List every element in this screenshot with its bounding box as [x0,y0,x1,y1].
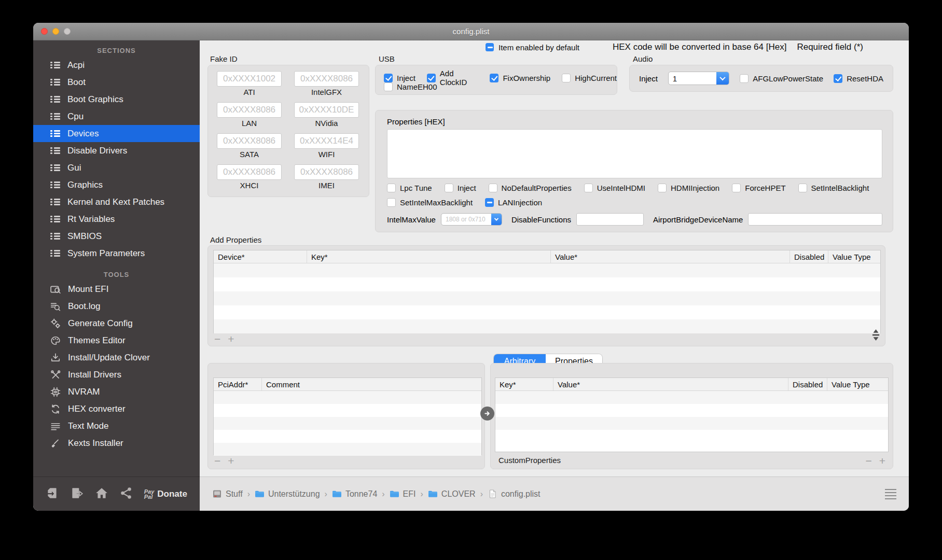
add-row-button[interactable]: + [879,456,885,466]
table-row[interactable] [214,404,481,417]
intelmaxvalue-select[interactable]: 1808 or 0x710 [441,213,502,226]
usb-fixownership-checkbox[interactable]: FixOwnership [490,69,550,87]
table-row[interactable] [214,319,880,333]
tool-kexts-installer[interactable]: Kexts Installer [33,435,200,452]
tool-hex-converter[interactable]: HEX converter [33,400,200,417]
fake-id-sata-input[interactable] [217,133,282,149]
home-icon[interactable] [95,486,108,502]
column-header[interactable]: Key* [307,250,551,263]
sidebar-item-acpi[interactable]: Acpi [33,57,200,74]
add-row-button[interactable]: + [228,334,234,344]
resize-handle-icon[interactable] [872,329,880,343]
nodefaultproperties-checkbox[interactable]: NoDefaultProperties [489,184,572,192]
breadcrumb-item-efi[interactable]: EFI [390,489,416,499]
breadcrumb-item-config-plist[interactable]: config.plist [488,489,541,499]
properties-hex-textarea[interactable] [387,129,882,178]
breadcrumb-item-clover[interactable]: CLOVER [428,489,476,499]
column-header[interactable]: Value Type [828,250,880,263]
sidebar-item-devices[interactable]: Devices [33,125,200,142]
lpc-tune-checkbox[interactable]: Lpc Tune [387,184,432,192]
column-header[interactable]: Value* [551,250,790,263]
column-header[interactable]: Comment [262,378,481,390]
table-row[interactable] [495,404,888,417]
audio-resethda-checkbox[interactable]: ResetHDA [834,74,883,83]
column-header[interactable]: Device* [214,250,307,263]
usb-highcurrent-checkbox[interactable]: HighCurrent [562,69,617,87]
forcehpet-checkbox[interactable]: ForceHPET [732,184,785,192]
import-file-icon[interactable] [46,486,59,502]
sidebar-item-rt-variables[interactable]: Rt Variables [33,211,200,228]
sidebar-item-disable-drivers[interactable]: Disable Drivers [33,142,200,159]
fake-id-nvidia-input[interactable] [294,102,359,118]
column-header[interactable]: Disabled [790,250,828,263]
table-row[interactable] [214,291,880,305]
remove-row-button[interactable]: − [865,456,871,466]
breadcrumb-item-tonne74[interactable]: Tonne74 [332,489,377,499]
remove-row-button[interactable]: − [214,334,220,344]
table-row[interactable] [495,391,888,404]
tool-install-update-clover[interactable]: Install/Update Clover [33,349,200,366]
useintelhdmi-checkbox[interactable]: UseIntelHDMI [584,184,645,192]
fake-id-imei-input[interactable] [294,164,359,180]
table-row[interactable] [495,417,888,430]
column-header[interactable]: PciAddr* [214,378,262,390]
table-row[interactable] [214,417,481,430]
airportbridgedevicename-input[interactable] [748,213,882,226]
column-header[interactable]: Key* [495,378,553,390]
transfer-arrow-button[interactable] [480,407,494,421]
table-row[interactable] [214,305,880,319]
fake-id-xhci-input[interactable] [217,164,282,180]
column-header[interactable]: Value* [553,378,788,390]
remove-row-button[interactable]: − [214,456,220,466]
disablefunctions-input[interactable] [576,213,644,226]
breadcrumb-item-unterstuetzung[interactable]: Unterstützung [255,489,320,499]
column-header[interactable]: Value Type [827,378,888,390]
title-bar[interactable]: config.plist [33,23,909,40]
paypal-donate-button[interactable]: PayPal Donate [144,489,187,499]
tool-install-drivers[interactable]: Install Drivers [33,366,200,383]
table-row[interactable] [214,391,481,404]
tool-text-mode[interactable]: Text Mode [33,417,200,435]
sidebar-item-smbios[interactable]: SMBIOS [33,228,200,245]
table-row[interactable] [214,430,481,443]
menu-lines-icon[interactable] [885,489,896,499]
tool-themes-editor[interactable]: Themes Editor [33,332,200,349]
audio-inject-select[interactable]: 1 [668,72,729,85]
palette-icon [50,335,61,346]
fake-id-ati-input[interactable] [217,71,282,87]
table-row[interactable] [214,277,880,291]
tool-generate-config[interactable]: Generate Config [33,315,200,332]
minimize-button[interactable] [52,28,59,35]
column-header[interactable]: Disabled [788,378,827,390]
setintelmaxbacklight-checkbox[interactable]: SetIntelMaxBacklight [387,198,473,207]
breadcrumb-item-stuff[interactable]: Stuff [212,489,243,499]
setintelbacklight-checkbox[interactable]: SetIntelBacklight [798,184,869,192]
laninjection-checkbox[interactable]: LANInjection [485,198,542,207]
fake-id-intelgfx-input[interactable] [294,71,359,87]
sidebar-item-gui[interactable]: Gui [33,159,200,176]
fake-id-lan-input[interactable] [217,102,282,118]
export-file-icon[interactable] [70,486,84,502]
add-row-button[interactable]: + [228,456,234,466]
zoom-button[interactable] [64,28,71,35]
share-icon[interactable] [119,486,133,502]
table-row[interactable] [214,443,481,456]
hdmiinjection-checkbox[interactable]: HDMIInjection [658,184,719,192]
tool-mount-efi[interactable]: Mount EFI [33,281,200,298]
sidebar-item-boot-graphics[interactable]: Boot Graphics [33,91,200,108]
table-row[interactable] [495,430,888,443]
inject-checkbox[interactable]: Inject [445,184,476,192]
sidebar-item-graphics[interactable]: Graphics [33,176,200,193]
sidebar-item-cpu[interactable]: Cpu [33,108,200,125]
sidebar-item-kernel-kext-patches[interactable]: Kernel and Kext Patches [33,193,200,211]
close-button[interactable] [41,28,48,35]
audio-afglowpowerstate-checkbox[interactable]: AFGLowPowerState [740,74,823,83]
fake-id-wifi-input[interactable] [294,133,359,149]
table-row[interactable] [214,263,880,277]
tool-boot-log[interactable]: Boot.log [33,298,200,315]
tool-nvram[interactable]: NVRAM [33,383,200,400]
usb-nameeh00-checkbox[interactable]: NameEH00 [384,82,437,91]
breadcrumb: Stuff › Unterstützung › Tonne74 › EFI › … [212,489,541,499]
sidebar-item-system-parameters[interactable]: System Parameters [33,245,200,262]
sidebar-item-boot[interactable]: Boot [33,74,200,91]
